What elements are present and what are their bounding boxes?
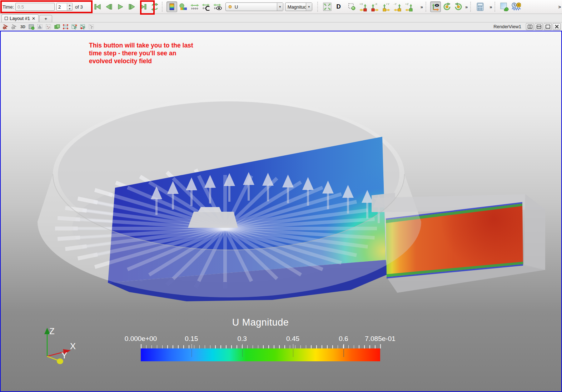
extract-selection-button[interactable] [499, 1, 510, 12]
play-icon [116, 3, 124, 11]
annotation-line-1: This button will take you to the last [89, 41, 193, 49]
view-minus-x-button[interactable]: -X [369, 1, 380, 12]
first-frame-icon [94, 3, 101, 11]
last-frame-button[interactable] [138, 1, 149, 12]
next-frame-button[interactable] [126, 1, 137, 12]
dropdown-arrow-icon[interactable]: ▼ [277, 3, 283, 11]
reset-camera-button[interactable] [322, 1, 333, 12]
view-plus-z-icon: +Z [404, 2, 414, 11]
add-layout-tab[interactable]: + [39, 15, 52, 22]
close-tab-icon[interactable]: ✕ [32, 16, 35, 21]
select-points-through-button[interactable] [36, 24, 44, 30]
plot-over-time-icon [511, 2, 521, 11]
view-minus-y-button[interactable]: -Y [392, 1, 403, 12]
split-horizontal-button[interactable] [526, 23, 534, 30]
loop-button[interactable] [149, 1, 160, 12]
reset-camera-icon [323, 2, 332, 11]
camera-mode-3d-button[interactable]: 3D [19, 24, 26, 30]
view-minus-x-icon: -X [370, 2, 379, 11]
interactive-select-cells-button[interactable] [71, 24, 78, 30]
scalar-bar[interactable]: U Magnitude 0.000e+000.150.30.450.67.085… [141, 317, 380, 364]
time-label: Time: [3, 4, 14, 10]
x-axis-label: X [70, 341, 76, 351]
y-axis [47, 356, 59, 361]
toolbar-more-chevron[interactable]: > [558, 4, 561, 10]
rotate-camera-cw-button[interactable] [442, 1, 452, 12]
select-block-vertices-button[interactable] [62, 24, 69, 30]
interactive-select-points-button[interactable] [79, 24, 86, 30]
split-horizontal-icon [528, 25, 532, 29]
view-plus-y-icon: +Y [382, 2, 391, 11]
separator [470, 2, 473, 12]
select-block-vertices-icon [63, 24, 69, 30]
loop-icon [151, 3, 159, 11]
select-cells-through-button[interactable] [28, 24, 35, 30]
toolbar-overflow-chevron[interactable]: » [421, 4, 423, 10]
calculator-button[interactable] [475, 1, 486, 12]
render-view-title: RenderView1 [493, 24, 521, 29]
separator [426, 2, 428, 12]
select-block-icon [54, 24, 60, 30]
tab-layout-1[interactable]: Layout #1 ✕ [1, 14, 39, 22]
view-plus-x-button[interactable]: +X [358, 1, 369, 12]
orientation-axes-widget: Z X Y [39, 321, 79, 365]
svg-text:+Y: +Y [386, 2, 390, 6]
view-plus-y-button[interactable]: +Y [381, 1, 392, 12]
close-view-button[interactable] [553, 23, 561, 30]
dropdown-arrow-icon[interactable]: ▼ [306, 3, 312, 11]
frame-spinbox[interactable]: ▲ ▼ [56, 3, 73, 11]
select-points-on-icon [11, 24, 18, 30]
first-frame-button[interactable] [92, 1, 103, 12]
select-points-on-button[interactable] [11, 24, 18, 30]
svg-text:+Z: +Z [405, 2, 409, 6]
time-value-input[interactable] [15, 3, 55, 11]
split-vertical-button[interactable] [535, 23, 543, 30]
toolbar-overflow-chevron[interactable]: » [489, 4, 492, 10]
view-plus-x-icon: +X [359, 2, 368, 11]
rescale-to-visible-range-button[interactable] [212, 1, 223, 12]
hover-cells-button[interactable] [88, 24, 95, 30]
annotation-line-3: evolved velocity field [89, 57, 193, 65]
scalar-bar-major-ticks [141, 348, 380, 357]
maximize-view-button[interactable] [544, 23, 552, 30]
select-cells-polygon-button[interactable] [45, 24, 52, 30]
color-array-value: U [233, 4, 277, 10]
view-minus-y-icon: -Y [393, 2, 402, 11]
interactive-select-points-icon [80, 24, 86, 30]
frame-count-label: of 3 [75, 4, 83, 10]
frame-spin-arrows[interactable]: ▲ ▼ [67, 3, 72, 10]
y-axis-label: Y [61, 351, 67, 360]
separator [162, 2, 165, 12]
zoom-to-data-button[interactable] [347, 1, 357, 12]
reset-camera-closest-button[interactable]: D [333, 1, 344, 12]
next-frame-icon [128, 3, 136, 11]
toolbar-overflow-chevron[interactable]: » [465, 4, 468, 10]
rescale-to-data-range-button[interactable] [189, 1, 200, 12]
view-plus-z-button[interactable]: +Z [404, 1, 414, 12]
svg-text:-X: -X [374, 2, 378, 6]
color-legend-icon [169, 3, 175, 11]
add-tab-label: + [44, 16, 47, 21]
rotate-camera-ccw-button[interactable] [453, 1, 464, 12]
maximize-icon [546, 25, 550, 29]
svg-text:+X: +X [359, 2, 363, 6]
edit-color-map-button[interactable] [178, 1, 189, 12]
plot-over-time-button[interactable] [511, 1, 521, 12]
spin-up-icon[interactable]: ▲ [67, 3, 72, 7]
select-cells-on-button[interactable] [2, 24, 9, 30]
frame-value-input[interactable] [57, 3, 67, 10]
toggle-color-legend-button[interactable] [166, 1, 177, 12]
render-viewport[interactable]: This button will take you to the last ti… [0, 31, 562, 392]
scalar-bar-title: U Magnitude [141, 317, 380, 328]
color-array-selector[interactable]: U ▼ [225, 2, 283, 11]
rescale-to-custom-range-button[interactable] [201, 1, 212, 12]
extract-selection-icon [500, 2, 509, 11]
spin-down-icon[interactable]: ▼ [67, 7, 72, 10]
previous-frame-button[interactable] [104, 1, 114, 12]
select-block-button[interactable] [54, 24, 61, 30]
show-center-axes-button[interactable] [430, 1, 441, 12]
play-button[interactable] [115, 1, 126, 12]
select-points-through-icon [37, 24, 43, 30]
component-selector[interactable]: Magnitude ▼ [285, 2, 312, 11]
interactive-select-cells-icon [71, 24, 78, 30]
